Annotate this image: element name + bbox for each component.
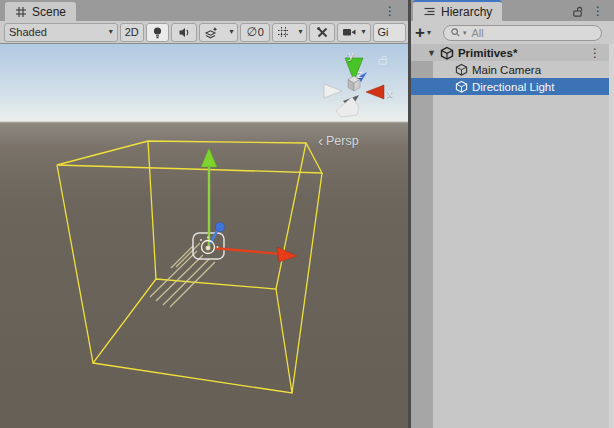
scene-grid-button[interactable]: ▾	[272, 23, 307, 42]
scene-visibility-button[interactable]: ∅ 0	[240, 23, 270, 42]
scene-audio-button[interactable]	[171, 23, 197, 42]
grid-icon	[15, 6, 27, 18]
hierarchy-tabbar: Hierarchy ⋮	[411, 0, 614, 21]
hierarchy-panel: Hierarchy ⋮ + ▾ ▾ All	[411, 0, 614, 428]
chevron-down-icon: ▾	[229, 28, 233, 36]
scene-name: Primitives*	[458, 47, 517, 59]
camera-icon	[342, 26, 357, 38]
gameobject-cube-icon	[455, 80, 468, 93]
chevron-down-icon: ▾	[427, 29, 431, 37]
search-filter-arrow-icon: ▾	[463, 29, 467, 36]
scene-effects-button[interactable]: ▾	[199, 23, 238, 42]
wireframe-cube	[57, 141, 322, 393]
orientation-x-cone[interactable]	[366, 85, 384, 99]
axis-y-label[interactable]: y	[348, 49, 354, 61]
search-placeholder: All	[471, 27, 483, 39]
visibility-off-icon: ∅	[246, 25, 256, 39]
scene-viewport[interactable]: y z x ‹ Persp	[0, 44, 408, 428]
hierarchy-item-directional-light[interactable]: Directional Light	[411, 78, 614, 95]
scene-tabbar: Scene ⋮	[0, 0, 408, 21]
effects-icon	[204, 26, 218, 39]
gizmo-lock-icon[interactable]	[377, 54, 388, 65]
axis-x-label[interactable]: x	[387, 87, 393, 99]
orientation-gizmo[interactable]	[324, 58, 384, 117]
hierarchy-tab-label: Hierarchy	[441, 5, 492, 19]
hierarchy-item-main-camera[interactable]: Main Camera	[411, 61, 614, 78]
persp-chevron-icon: ‹	[318, 136, 323, 146]
gameobject-cube-icon	[455, 63, 468, 76]
orientation-neg-x-cone[interactable]	[324, 84, 342, 98]
axis-z-label[interactable]: z	[357, 68, 363, 80]
chevron-down-icon: ▾	[298, 28, 302, 36]
shading-mode-label: Shaded	[9, 26, 47, 38]
toggle-2d-button[interactable]: 2D	[120, 23, 144, 42]
item-label: Directional Light	[472, 81, 554, 93]
hierarchy-icon	[423, 5, 436, 18]
lightbulb-icon	[151, 26, 164, 39]
scene-row-kebab-icon[interactable]: ⋮	[587, 47, 603, 59]
projection-label: Persp	[326, 134, 359, 148]
hierarchy-kebab-icon[interactable]: ⋮	[590, 5, 606, 17]
tools-icon	[316, 26, 329, 39]
projection-toggle[interactable]: ‹ Persp	[318, 134, 359, 148]
visibility-gutter[interactable]	[411, 44, 433, 428]
toggle-2d-label: 2D	[125, 26, 139, 38]
unity-editor-window: Scene ⋮ Shaded ▾ 2D	[0, 0, 614, 428]
chevron-down-icon: ▾	[109, 28, 113, 36]
scene-panel: Scene ⋮ Shaded ▾ 2D	[0, 0, 408, 428]
move-gizmo-y-handle[interactable]	[201, 148, 217, 247]
scrollbar-gutter[interactable]	[609, 44, 614, 428]
tab-scene[interactable]: Scene	[5, 2, 76, 21]
create-object-button[interactable]: + ▾	[415, 26, 431, 40]
chevron-down-icon: ▾	[362, 28, 366, 36]
hierarchy-toolbar: + ▾ ▾ All	[411, 21, 614, 44]
plus-icon: +	[415, 26, 425, 40]
item-label: Main Camera	[472, 64, 541, 76]
scene-row-primitives[interactable]: ▼ Primitives* ⋮	[411, 44, 614, 61]
unity-scene-icon	[440, 46, 454, 60]
search-icon	[450, 27, 461, 38]
scene-lighting-button[interactable]	[146, 23, 170, 42]
gizmos-label: Gi	[378, 26, 389, 38]
shading-mode-dropdown[interactable]: Shaded ▾	[4, 23, 118, 42]
scene-overlay	[0, 44, 408, 428]
grid-visibility-icon	[277, 26, 290, 39]
scene-kebab-icon[interactable]: ⋮	[382, 5, 398, 17]
scene-toolbar: Shaded ▾ 2D	[0, 21, 408, 44]
gizmos-dropdown[interactable]: Gi	[373, 23, 406, 42]
tab-hierarchy[interactable]: Hierarchy	[413, 0, 502, 21]
scene-tab-label: Scene	[32, 5, 66, 19]
lock-icon[interactable]	[572, 5, 584, 17]
speaker-icon	[178, 26, 191, 39]
scene-camera-button[interactable]: ▾	[337, 23, 370, 42]
hidden-count: 0	[258, 26, 264, 38]
hierarchy-content: ▼ Primitives* ⋮ Main Camera	[411, 44, 614, 428]
hierarchy-search-input[interactable]: ▾ All	[443, 25, 602, 41]
disclosure-triangle-icon[interactable]: ▼	[427, 48, 436, 58]
scene-tools-button[interactable]	[309, 23, 335, 42]
